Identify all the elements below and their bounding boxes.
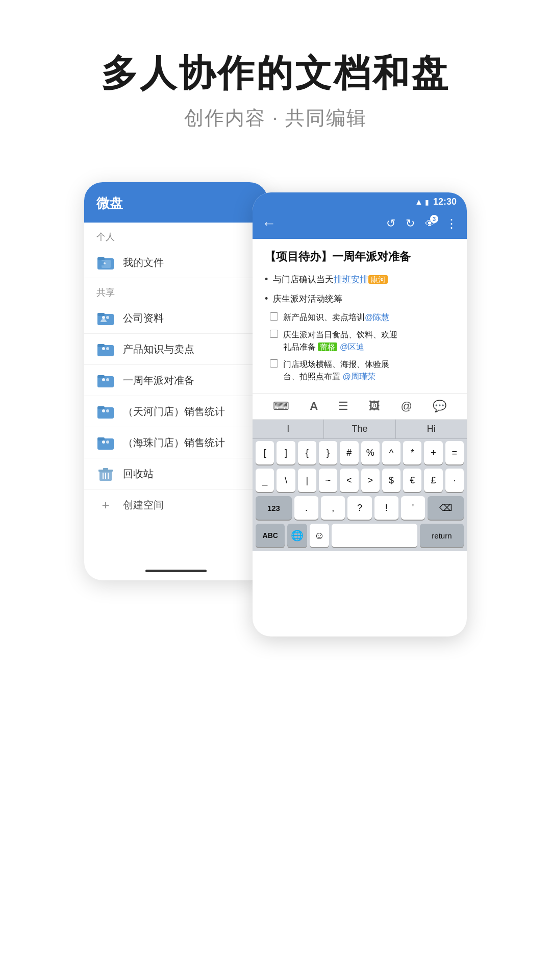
- key-globe[interactable]: 🌐: [287, 524, 307, 547]
- sidebar-item-myfiles[interactable]: 我的文件: [84, 247, 268, 278]
- key-123[interactable]: 123: [256, 496, 292, 520]
- key-row-3: 123 . , ? ! ' ⌫: [253, 494, 467, 522]
- svg-rect-18: [97, 406, 105, 409]
- svg-point-11: [102, 347, 105, 350]
- keyboard-toggle-btn[interactable]: ⌨: [273, 400, 289, 413]
- sidebar-item-trash[interactable]: 回收站: [84, 458, 268, 489]
- bullet-text-2: 庆生派对活动统筹: [273, 292, 342, 306]
- key-asterisk[interactable]: *: [403, 441, 421, 464]
- shared-folder-icon-0: [96, 310, 115, 326]
- key-caret[interactable]: ^: [382, 441, 400, 464]
- personal-folder-icon: [96, 254, 115, 271]
- key-apostrophe[interactable]: ': [401, 496, 425, 520]
- key-delete[interactable]: ⌫: [428, 496, 464, 520]
- key-comma[interactable]: ,: [321, 496, 345, 520]
- status-icons: ▲ ▮: [415, 198, 429, 207]
- left-phone-header: 微盘: [84, 182, 268, 223]
- key-dollar[interactable]: $: [382, 469, 400, 492]
- key-question[interactable]: ?: [347, 496, 371, 520]
- shared-folder-icon-2: [96, 372, 115, 388]
- svg-point-12: [106, 347, 109, 350]
- svg-rect-6: [97, 313, 105, 316]
- home-bar: [145, 570, 207, 572]
- add-plus-icon: +: [96, 497, 115, 513]
- more-button[interactable]: ⋮: [445, 216, 458, 231]
- viewers-button[interactable]: 👁3: [425, 218, 435, 230]
- key-euro[interactable]: €: [403, 469, 421, 492]
- key-row-bottom: ABC 🌐 ☺ return: [253, 522, 467, 549]
- checkbox-2[interactable]: [270, 330, 278, 338]
- trash-label: 回收站: [123, 467, 154, 481]
- doc-title: 【项目待办】一周年派对准备: [265, 249, 455, 265]
- checkbox-text-2: 庆生派对当日食品、饮料、欢迎礼品准备 蕾格 @区迪: [283, 329, 397, 353]
- svg-point-20: [106, 409, 109, 412]
- mention-btn[interactable]: @: [400, 400, 412, 413]
- at-qudi: @区迪: [340, 342, 364, 351]
- key-greater[interactable]: >: [361, 469, 380, 492]
- autocomplete-the[interactable]: The: [324, 420, 395, 438]
- comment-btn[interactable]: 💬: [433, 400, 446, 413]
- key-emoji[interactable]: ☺: [310, 524, 329, 547]
- sidebar-item-company[interactable]: 公司资料: [84, 303, 268, 334]
- create-space-item[interactable]: + 创建空间: [84, 489, 268, 520]
- autocomplete-bar: I The Hi: [253, 420, 467, 439]
- key-close-bracket[interactable]: ]: [277, 441, 295, 464]
- hero-title: 多人协作的文档和盘: [101, 51, 450, 95]
- tag-kanhe: 康河: [368, 275, 388, 284]
- font-format-btn[interactable]: A: [310, 400, 318, 413]
- key-plus[interactable]: +: [424, 441, 442, 464]
- anniversary-label: 一周年派对准备: [123, 374, 194, 387]
- key-less[interactable]: <: [340, 469, 358, 492]
- key-period[interactable]: .: [294, 496, 318, 520]
- key-space[interactable]: [332, 524, 417, 547]
- weidisk-title: 微盘: [96, 194, 256, 212]
- personal-section-label: 个人: [84, 223, 268, 247]
- shared-folder-icon-3: [96, 403, 115, 420]
- key-open-brace[interactable]: {: [298, 441, 316, 464]
- key-row-1: [ ] { } # % ^ * + =: [253, 439, 467, 467]
- document-toolbar: ← ↺ ↻ 👁3 ⋮: [253, 210, 467, 239]
- bullet-2: • 庆生派对活动统筹: [265, 292, 455, 306]
- checkbox-3[interactable]: [270, 359, 278, 368]
- svg-rect-14: [97, 375, 105, 378]
- shared-folder-icon-1: [96, 341, 115, 357]
- sidebar-item-tianhe[interactable]: （天河门店）销售统计: [84, 396, 268, 427]
- hero-subtitle: 创作内容 · 共同编辑: [101, 105, 450, 131]
- company-label: 公司资料: [123, 311, 164, 325]
- back-button[interactable]: ←: [262, 215, 276, 232]
- image-insert-btn[interactable]: 🖼: [369, 400, 380, 413]
- haizhu-label: （海珠门店）销售统计: [123, 436, 225, 450]
- key-underscore[interactable]: _: [256, 469, 274, 492]
- undo-button[interactable]: ↺: [386, 217, 395, 230]
- autocomplete-i[interactable]: I: [253, 420, 324, 438]
- key-return[interactable]: return: [420, 524, 464, 547]
- key-middot[interactable]: ·: [445, 469, 464, 492]
- checkbox-item-1: 新产品知识、卖点培训@陈慧: [270, 311, 455, 324]
- key-hash[interactable]: #: [340, 441, 358, 464]
- key-open-bracket[interactable]: [: [256, 441, 274, 464]
- shared-section-label: 共享: [84, 278, 268, 303]
- key-exclamation[interactable]: !: [374, 496, 398, 520]
- myfiles-label: 我的文件: [123, 256, 164, 270]
- key-close-brace[interactable]: }: [319, 441, 337, 464]
- key-tilde[interactable]: ~: [319, 469, 337, 492]
- checkbox-1[interactable]: [270, 312, 278, 321]
- key-pound[interactable]: £: [424, 469, 442, 492]
- bullet-dot-2: •: [265, 293, 268, 304]
- key-backslash[interactable]: \: [277, 469, 295, 492]
- svg-point-16: [106, 378, 109, 381]
- key-abc[interactable]: ABC: [256, 524, 285, 547]
- tianhe-label: （天河门店）销售统计: [123, 405, 225, 419]
- key-percent[interactable]: %: [361, 441, 380, 464]
- key-row-2: _ \ | ~ < > $ € £ ·: [253, 467, 467, 494]
- sidebar-item-anniversary[interactable]: 一周年派对准备: [84, 365, 268, 396]
- key-equals[interactable]: =: [445, 441, 464, 464]
- sidebar-item-products[interactable]: 产品知识与卖点: [84, 334, 268, 365]
- list-format-btn[interactable]: ☰: [338, 400, 348, 413]
- sidebar-item-haizhu[interactable]: （海珠门店）销售统计: [84, 427, 268, 458]
- autocomplete-hi[interactable]: Hi: [396, 420, 467, 438]
- bullet-1: • 与门店确认当天排班安排康河: [265, 273, 455, 286]
- svg-point-15: [102, 378, 105, 381]
- key-pipe[interactable]: |: [298, 469, 316, 492]
- redo-button[interactable]: ↻: [406, 217, 415, 230]
